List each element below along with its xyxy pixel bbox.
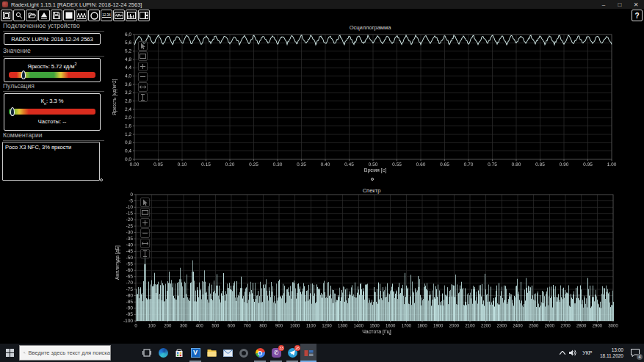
app-logo-icon bbox=[2, 1, 8, 7]
new-window-button[interactable] bbox=[1, 10, 12, 21]
browser-ring-icon[interactable] bbox=[236, 344, 252, 362]
comments-textarea[interactable]: Poco X3 NFC, 3% яркости bbox=[2, 142, 100, 181]
chrome-icon[interactable] bbox=[252, 344, 268, 362]
viber-badge: 33 bbox=[278, 345, 284, 351]
oscillogram-plot[interactable] bbox=[109, 23, 626, 187]
spectrum-tools bbox=[140, 198, 150, 259]
taskbar-search-input[interactable]: Введите здесь текст для поиска bbox=[19, 345, 111, 361]
minimize-button[interactable]: – bbox=[596, 0, 612, 9]
tray-clock[interactable]: 13:00 18.11.2020 bbox=[600, 347, 623, 359]
file-explorer-icon[interactable] bbox=[203, 344, 220, 362]
search-placeholder: Введите здесь текст для поиска bbox=[29, 350, 111, 356]
numeric-display-label: 12.34 bbox=[102, 13, 110, 18]
fit-vertical-tool-icon[interactable] bbox=[140, 249, 150, 258]
fit-horizontal-tool-icon[interactable] bbox=[140, 239, 150, 248]
oscillogram-tools bbox=[138, 41, 148, 103]
viber-icon[interactable]: ✆ 33 bbox=[268, 344, 284, 362]
tray-date: 18.11.2020 bbox=[600, 353, 623, 359]
pulsation-header: Пульсация bbox=[3, 82, 104, 92]
fit-vertical-tool-icon[interactable] bbox=[138, 93, 148, 102]
window-title: RadexLight 1.15.1 [RADEX LUPIN: 2018-12-… bbox=[11, 1, 596, 8]
main-toolbar: 12.34 bbox=[1, 10, 151, 21]
spectrum-xlabel: Частота [Гц] bbox=[110, 329, 643, 334]
window-titlebar: RadexLight 1.15.1 [RADEX LUPIN: 2018-12-… bbox=[0, 0, 644, 9]
numeric-display-button[interactable]: 12.34 bbox=[101, 10, 112, 21]
search-icon bbox=[23, 350, 26, 356]
action-center-icon[interactable]: 4 bbox=[628, 344, 643, 362]
splitter-handle[interactable] bbox=[100, 178, 103, 181]
notification-badge: 4 bbox=[637, 354, 643, 360]
system-tray: УКР 13:00 18.11.2020 4 bbox=[557, 344, 644, 362]
keyboard-language[interactable]: УКР bbox=[579, 344, 596, 362]
tray-time: 13:00 bbox=[600, 347, 623, 353]
comments-header: Комментарии bbox=[3, 131, 104, 141]
help-button[interactable]: ? bbox=[632, 10, 643, 21]
maximize-button[interactable]: □ bbox=[612, 0, 628, 9]
zoom-in-tool-icon[interactable] bbox=[140, 218, 150, 228]
edge-icon[interactable] bbox=[155, 344, 171, 362]
spectrum-ylabel: Амплитуда [дБ] bbox=[115, 217, 120, 308]
close-button[interactable]: ✕ bbox=[628, 0, 644, 9]
panel-layout-button[interactable] bbox=[138, 10, 150, 21]
task-view-button[interactable] bbox=[139, 344, 155, 362]
radexlight-taskbar-icon[interactable] bbox=[300, 344, 316, 362]
brightness-reading: Яркость: 5.72 кд/м2 bbox=[4, 62, 100, 70]
telegram-badge: 26 bbox=[294, 345, 300, 351]
waveform-capture-button[interactable] bbox=[76, 10, 87, 21]
start-button[interactable] bbox=[0, 344, 19, 362]
pulsation-box: Кп: 3.3 % Частоты: -- bbox=[4, 93, 101, 131]
spectrum-plot[interactable] bbox=[109, 184, 626, 339]
zoom-out-tool-icon[interactable] bbox=[140, 228, 150, 238]
mail-icon[interactable] bbox=[220, 344, 236, 362]
pulsation-coefficient: Кп: 3.3 % bbox=[4, 98, 100, 106]
spectrum-view-button[interactable] bbox=[126, 10, 137, 21]
speaker-icon[interactable] bbox=[568, 344, 579, 362]
connected-device-header: Подключенное устройство bbox=[3, 22, 104, 32]
pulsation-scale-bar bbox=[9, 109, 95, 115]
stop-square-button[interactable] bbox=[63, 10, 75, 21]
fit-horizontal-tool-icon[interactable] bbox=[138, 82, 148, 92]
taskbar: Введите здесь текст для поиска V bbox=[0, 344, 644, 362]
value-header: Значение bbox=[3, 47, 104, 57]
save-button[interactable] bbox=[51, 10, 62, 21]
fit-view-tool-icon[interactable] bbox=[138, 51, 148, 61]
store-icon[interactable] bbox=[171, 344, 187, 362]
desktop-screen: RadexLight 1.15.1 [RADEX LUPIN: 2018-12-… bbox=[0, 0, 644, 362]
open-file-button[interactable] bbox=[26, 10, 37, 21]
device-search-button[interactable] bbox=[13, 10, 25, 21]
brightness-scale-bar bbox=[9, 72, 95, 78]
zoom-in-tool-icon[interactable] bbox=[138, 62, 148, 71]
eject-button[interactable] bbox=[38, 10, 50, 21]
device-name-box: RADEX LUPIN: 2018-12-24 2563 bbox=[4, 33, 101, 45]
oscillogram-view-button[interactable] bbox=[113, 10, 125, 21]
cursor-tool-icon[interactable] bbox=[138, 41, 148, 51]
tray-chevron-icon[interactable] bbox=[557, 344, 568, 362]
value-box: Яркость: 5.72 кд/м2 bbox=[4, 58, 101, 82]
record-circle-button[interactable] bbox=[88, 10, 100, 21]
brightness-marker bbox=[21, 70, 26, 79]
frequency-readout: Частоты: -- bbox=[4, 118, 100, 125]
oscillogram-xlabel: Время [с] bbox=[110, 167, 640, 173]
zoom-out-tool-icon[interactable] bbox=[138, 72, 148, 82]
v-app-icon[interactable]: V bbox=[187, 344, 203, 362]
telegram-icon[interactable]: 26 bbox=[284, 344, 300, 362]
cursor-tool-icon[interactable] bbox=[140, 198, 150, 207]
oscillogram-ylabel: Яркость [кд/м^2] bbox=[112, 51, 117, 143]
pulsation-marker bbox=[10, 107, 15, 116]
fit-view-tool-icon[interactable] bbox=[140, 208, 150, 217]
